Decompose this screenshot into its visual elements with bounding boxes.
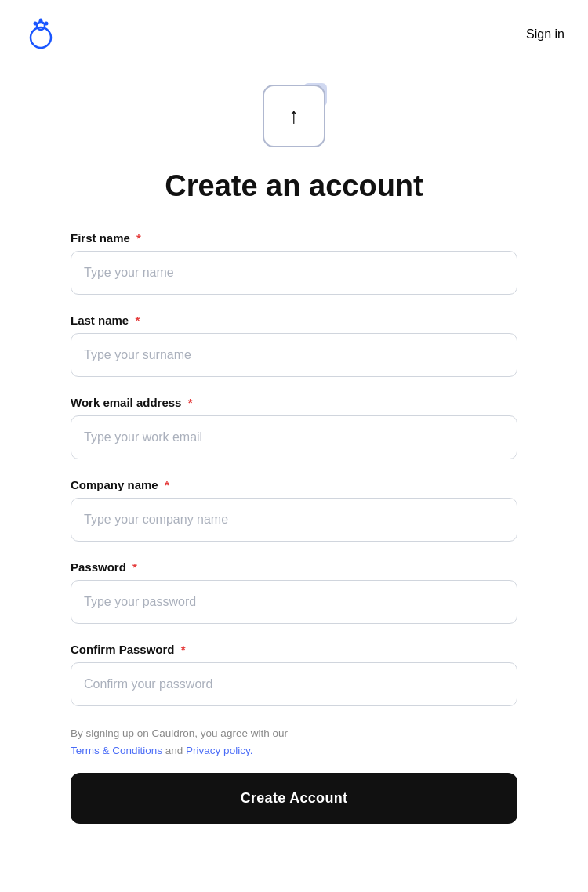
required-star: * (188, 396, 193, 409)
confirm-password-label: Confirm Password * (71, 643, 517, 656)
required-star: * (135, 314, 140, 327)
page-title: Create an account (165, 169, 423, 203)
required-star: * (165, 478, 169, 491)
upload-arrow-icon: ↑ (289, 105, 299, 127)
work-email-group: Work email address * (71, 396, 517, 459)
required-star: * (136, 231, 141, 245)
svg-point-2 (34, 22, 38, 26)
required-star: * (132, 560, 137, 574)
create-account-button[interactable]: Create Account (71, 773, 517, 824)
last-name-input[interactable] (71, 333, 517, 377)
last-name-label: Last name * (71, 314, 517, 327)
password-group: Password * (71, 560, 517, 624)
svg-point-3 (45, 22, 49, 26)
confirm-password-input[interactable] (71, 662, 517, 706)
terms-conditions-link[interactable]: Terms & Conditions (71, 745, 162, 756)
terms-text: By signing up on Cauldron, you agree wit… (71, 725, 517, 759)
password-label: Password * (71, 560, 517, 574)
required-star: * (181, 643, 186, 656)
company-name-label: Company name * (71, 478, 517, 491)
first-name-group: First name * (71, 231, 517, 295)
main-content: ↑ Create an account First name * Last na… (0, 69, 588, 855)
header: Sign in (0, 0, 588, 69)
company-name-group: Company name * (71, 478, 517, 542)
work-email-input[interactable] (71, 415, 517, 459)
first-name-label: First name * (71, 231, 517, 245)
first-name-input[interactable] (71, 251, 517, 295)
svg-point-1 (37, 22, 45, 30)
svg-point-4 (39, 19, 43, 23)
company-name-input[interactable] (71, 498, 517, 542)
upload-icon-box: ↑ (263, 85, 325, 147)
create-account-form: First name * Last name * Work email addr… (71, 231, 517, 824)
privacy-policy-link[interactable]: Privacy policy. (186, 745, 252, 756)
work-email-label: Work email address * (71, 396, 517, 409)
sign-in-link[interactable]: Sign in (526, 27, 564, 42)
password-input[interactable] (71, 580, 517, 624)
confirm-password-group: Confirm Password * (71, 643, 517, 706)
last-name-group: Last name * (71, 314, 517, 377)
logo (24, 16, 58, 53)
